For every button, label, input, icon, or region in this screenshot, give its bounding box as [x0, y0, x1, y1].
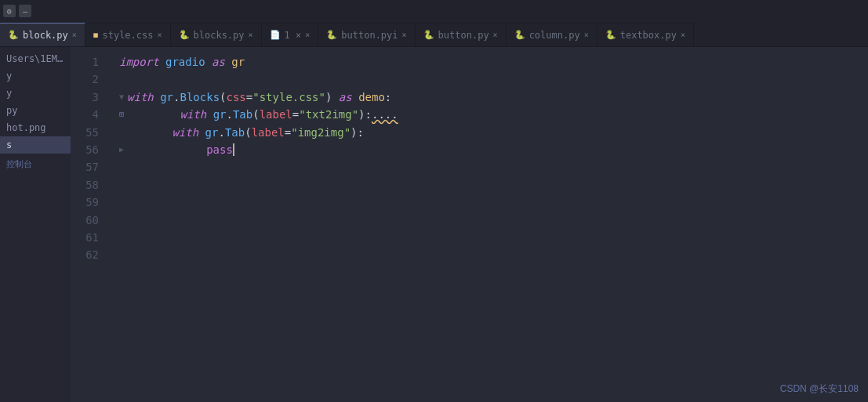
tab-untitled-1[interactable]: 📄1 ××: [262, 23, 319, 46]
tab-button-py[interactable]: 🐍button.py×: [416, 23, 507, 46]
tab-label-textbox-py: textbox.py: [620, 30, 677, 41]
token-normal: [205, 53, 212, 71]
token-var-name: gr: [231, 53, 245, 71]
code-line-61: [119, 229, 868, 246]
tab-textbox-py[interactable]: 🐍textbox.py×: [597, 23, 694, 46]
token-mod-name: gradio: [165, 53, 205, 71]
sidebar-item-4[interactable]: hot.png: [0, 119, 71, 136]
token-fn-name: Blocks: [180, 89, 220, 106]
token-str-val: "img2img": [291, 124, 350, 141]
line-number-60: 60: [71, 212, 104, 229]
token-kw-as: as: [339, 89, 352, 106]
tab-icon-textbox-py: 🐍: [605, 30, 616, 40]
line-number-56: 56: [71, 141, 104, 158]
token-mod-name: gr: [213, 106, 227, 123]
line-number-3: 3: [71, 89, 104, 106]
tab-close-button-py[interactable]: ×: [493, 31, 498, 39]
token-kw-with: with: [180, 106, 206, 123]
tab-label-style-css: style.css: [102, 30, 153, 41]
tab-label-block-py: block.py: [23, 30, 68, 41]
sidebar-item-0[interactable]: Users\1EM0N: [0, 50, 71, 67]
token-param-name: css: [227, 89, 246, 106]
code-content[interactable]: import gradio as gr▼with gr.Blocks(css="…: [110, 47, 868, 402]
token-punct: =: [285, 124, 291, 141]
tab-close-untitled-1[interactable]: ×: [305, 31, 310, 39]
code-line-62: [119, 246, 868, 263]
token-param-name: label: [260, 106, 292, 123]
tab-close-button-pyi[interactable]: ×: [402, 31, 407, 39]
minus-button[interactable]: —: [19, 5, 31, 17]
tab-label-column-py: column.py: [529, 30, 580, 41]
gear-button[interactable]: ⚙: [3, 5, 16, 17]
code-line-1: import gradio as gr: [119, 53, 868, 71]
sidebar-footer-label: 控制台: [0, 154, 71, 172]
sidebar-item-3[interactable]: py: [0, 102, 71, 119]
fold-icon[interactable]: ▶: [119, 143, 124, 156]
code-line-60: [119, 212, 868, 229]
token-var-name: demo: [358, 89, 385, 106]
line-number-59: 59: [71, 194, 104, 211]
line-number-4: 4: [71, 106, 104, 123]
tab-label-blocks-py: blocks.py: [194, 30, 245, 41]
editor-area: 12345556575859606162 import gradio as gr…: [71, 47, 868, 402]
tab-close-blocks-py[interactable]: ×: [249, 31, 253, 39]
line-number-2: 2: [71, 71, 104, 88]
line-number-61: 61: [71, 229, 104, 246]
line-number-58: 58: [71, 176, 104, 194]
sidebar-item-1[interactable]: y: [0, 67, 71, 85]
tab-close-block-py[interactable]: ×: [72, 31, 77, 39]
token-normal: [352, 89, 358, 106]
token-punct: .: [226, 106, 232, 123]
token-normal: [127, 141, 206, 158]
line-number-55: 55: [71, 124, 104, 141]
sidebar-item-5[interactable]: s: [0, 136, 71, 154]
line-numbers: 12345556575859606162: [71, 47, 110, 402]
tab-icon-column-py: 🐍: [514, 30, 525, 40]
code-line-3: ▼with gr.Blocks(css="style.css") as demo…: [119, 89, 868, 106]
gutter-icon[interactable]: ⊞: [119, 108, 124, 121]
token-normal: [198, 124, 205, 141]
token-punct: :: [365, 106, 372, 123]
tab-icon-untitled-1: 📄: [270, 30, 281, 40]
token-punct: (: [245, 124, 251, 141]
line-number-57: 57: [71, 158, 104, 176]
token-normal: [332, 89, 338, 106]
token-punct: .: [218, 124, 224, 141]
line-number-1: 1: [71, 53, 104, 71]
code-line-59: [119, 194, 868, 211]
token-normal: [119, 124, 172, 141]
token-normal: [206, 106, 212, 123]
tab-style-css[interactable]: ◼style.css×: [85, 23, 171, 46]
tab-column-py[interactable]: 🐍column.py×: [507, 23, 597, 46]
token-punct: (: [252, 106, 259, 123]
token-punct: ): [358, 106, 365, 123]
text-cursor: [233, 143, 234, 156]
token-punct: ): [325, 89, 332, 106]
sidebar-item-2[interactable]: y: [0, 85, 71, 102]
code-line-4: ⊞ with gr.Tab(label="txt2img"):....: [119, 106, 868, 123]
token-normal: [225, 53, 231, 71]
token-punct: :: [358, 124, 364, 141]
fold-icon[interactable]: ▼: [119, 91, 124, 103]
tab-icon-block-py: 🐍: [8, 30, 19, 40]
token-kw-with: with: [172, 124, 198, 141]
tab-close-textbox-py[interactable]: ×: [681, 31, 685, 39]
token-kw-import: import: [119, 53, 159, 71]
code-line-2: [119, 71, 868, 88]
tab-icon-blocks-py: 🐍: [179, 30, 190, 40]
tab-block-py[interactable]: 🐍block.py×: [0, 23, 85, 46]
watermark: CSDN @长安1108: [780, 382, 859, 396]
tab-close-style-css[interactable]: ×: [157, 31, 162, 39]
token-punct: ): [350, 124, 357, 141]
token-str-val: "style.css": [252, 89, 325, 106]
tab-button-pyi[interactable]: 🐍button.pyi×: [318, 23, 415, 46]
tab-icon-button-py: 🐍: [423, 30, 434, 40]
tabs-bar: 🐍block.py×◼style.css×🐍blocks.py×📄1 ××🐍bu…: [0, 22, 868, 47]
tab-blocks-py[interactable]: 🐍blocks.py×: [171, 23, 262, 46]
token-normal: [159, 53, 165, 71]
title-bar-controls: ⚙ —: [3, 5, 31, 17]
tab-close-column-py[interactable]: ×: [584, 31, 589, 39]
token-fn-name: Tab: [225, 124, 245, 141]
token-normal: [127, 106, 180, 123]
token-comment-squiggle: ....: [372, 106, 398, 123]
